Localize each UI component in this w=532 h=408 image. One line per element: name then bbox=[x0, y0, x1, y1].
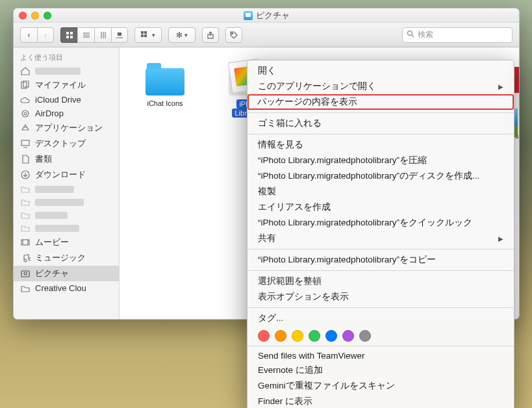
sidebar-item-label: アプリケーション bbox=[35, 122, 103, 134]
sidebar-item-movies[interactable]: ムービー bbox=[14, 235, 119, 250]
sidebar-item-custom[interactable] bbox=[14, 222, 119, 235]
sidebar-item-documents[interactable]: 書類 bbox=[14, 151, 119, 167]
tag-orange[interactable] bbox=[275, 330, 286, 342]
sidebar-item-label: AirDrop bbox=[35, 108, 64, 118]
coverflow-view-button[interactable] bbox=[111, 27, 128, 43]
svg-rect-14 bbox=[141, 34, 144, 37]
back-button[interactable]: ‹ bbox=[20, 27, 37, 43]
file-ichat-icons[interactable]: iChat Icons bbox=[139, 62, 191, 118]
file-label: iChat Icons bbox=[147, 99, 183, 107]
all-files-icon bbox=[20, 81, 31, 90]
ctx-quick-look[interactable]: “iPhoto Library.migratedphotolibrary”をクイ… bbox=[247, 215, 514, 231]
app-icon bbox=[20, 123, 31, 133]
ctx-open[interactable]: 開く bbox=[247, 63, 514, 79]
ctx-copy[interactable]: “iPhoto Library.migratedphotolibrary”をコピ… bbox=[247, 252, 514, 268]
folder-icon bbox=[144, 62, 186, 96]
separator bbox=[247, 307, 514, 308]
list-view-button[interactable] bbox=[77, 27, 94, 43]
ctx-tags-label[interactable]: タグ... bbox=[247, 311, 514, 326]
separator bbox=[247, 270, 514, 271]
sidebar-item-label: ミュージック bbox=[35, 252, 86, 264]
minimize-icon[interactable] bbox=[31, 12, 39, 19]
ctx-show-view-options[interactable]: 表示オプションを表示 bbox=[247, 289, 514, 305]
ctx-gemini[interactable]: Geminiで重複ファイルをスキャン bbox=[247, 378, 514, 394]
sidebar-item-label: 書類 bbox=[35, 153, 52, 165]
ctx-compress[interactable]: “iPhoto Library.migratedphotolibrary”を圧縮 bbox=[247, 153, 514, 168]
svg-rect-10 bbox=[118, 32, 121, 36]
tags-button[interactable] bbox=[225, 27, 242, 43]
ctx-duplicate[interactable]: 複製 bbox=[247, 184, 514, 199]
sidebar-item-custom[interactable] bbox=[14, 209, 119, 222]
ctx-teamviewer[interactable]: Send files with TeamViewer bbox=[247, 349, 514, 363]
sidebar-item-applications[interactable]: アプリケーション bbox=[14, 120, 119, 136]
separator bbox=[247, 346, 514, 346]
context-menu: 開く このアプリケーションで開く パッケージの内容を表示 ゴミ箱に入れる 情報を… bbox=[247, 60, 514, 408]
ctx-make-alias[interactable]: エイリアスを作成 bbox=[247, 199, 514, 215]
svg-rect-2 bbox=[66, 36, 69, 38]
sidebar-item-airdrop[interactable]: AirDrop bbox=[14, 107, 119, 120]
sidebar-item-creative-cloud[interactable]: Creative Clou bbox=[14, 281, 119, 295]
sidebar-item-label: デスクトップ bbox=[35, 138, 86, 149]
svg-rect-0 bbox=[66, 32, 69, 34]
sidebar-item-label bbox=[35, 68, 81, 75]
ctx-get-info[interactable]: 情報を見る bbox=[247, 137, 514, 153]
tag-gray[interactable] bbox=[359, 330, 371, 342]
tag-green[interactable] bbox=[309, 330, 320, 342]
zoom-icon[interactable] bbox=[44, 12, 51, 19]
svg-line-19 bbox=[412, 35, 414, 37]
folder-proxy-icon[interactable] bbox=[244, 11, 253, 20]
sidebar-item-label: ダウンロード bbox=[35, 169, 86, 181]
share-button[interactable] bbox=[202, 27, 219, 43]
close-icon[interactable] bbox=[19, 12, 27, 19]
music-icon bbox=[20, 253, 31, 262]
sidebar-item-custom[interactable] bbox=[14, 183, 119, 196]
svg-rect-1 bbox=[70, 32, 73, 34]
gear-icon: ✻ bbox=[176, 31, 183, 40]
ctx-tag-colors bbox=[247, 326, 514, 343]
ctx-reveal-in-finder[interactable]: Finder に表示 bbox=[247, 394, 514, 408]
sidebar-item-pictures[interactable]: ピクチャ bbox=[14, 266, 119, 281]
sidebar-item-custom[interactable] bbox=[14, 196, 119, 209]
sidebar-item-home[interactable] bbox=[14, 64, 119, 77]
arrange-button[interactable]: ▾ bbox=[134, 27, 162, 43]
titlebar[interactable]: ピクチャ bbox=[14, 8, 519, 23]
svg-rect-30 bbox=[21, 271, 29, 277]
airdrop-icon bbox=[20, 109, 31, 118]
ctx-open-with[interactable]: このアプリケーションで開く bbox=[247, 79, 514, 94]
tag-blue[interactable] bbox=[325, 330, 337, 342]
svg-rect-24 bbox=[21, 140, 29, 146]
sidebar-item-label: ムービー bbox=[35, 236, 69, 248]
ctx-burn-disc[interactable]: “iPhoto Library.migratedphotolibrary”のディ… bbox=[247, 168, 514, 184]
ctx-evernote[interactable]: Evernote に追加 bbox=[247, 363, 514, 378]
sidebar-item-downloads[interactable]: ダウンロード bbox=[14, 167, 119, 183]
svg-point-17 bbox=[232, 32, 233, 34]
ctx-show-package-contents[interactable]: パッケージの内容を表示 bbox=[247, 94, 514, 110]
sidebar-item-label: ピクチャ bbox=[35, 268, 69, 279]
svg-rect-3 bbox=[70, 36, 73, 38]
tag-purple[interactable] bbox=[342, 330, 354, 342]
view-switcher bbox=[60, 27, 128, 43]
folder-icon bbox=[20, 284, 31, 293]
folder-icon bbox=[20, 210, 31, 220]
tag-yellow[interactable] bbox=[292, 330, 303, 342]
svg-point-18 bbox=[408, 31, 412, 36]
sidebar-item-desktop[interactable]: デスクトップ bbox=[14, 136, 119, 151]
action-button[interactable]: ✻▾ bbox=[168, 27, 196, 43]
ctx-clean-up-selection[interactable]: 選択範囲を整頓 bbox=[247, 274, 514, 289]
ctx-move-to-trash[interactable]: ゴミ箱に入れる bbox=[247, 116, 514, 131]
sidebar-item-icloud[interactable]: iCloud Drive bbox=[14, 93, 119, 107]
icon-view-button[interactable] bbox=[60, 27, 77, 43]
svg-point-31 bbox=[24, 272, 27, 275]
svg-point-22 bbox=[24, 112, 27, 115]
search-field[interactable]: 検索 bbox=[402, 27, 513, 43]
column-view-button[interactable] bbox=[94, 27, 111, 43]
tag-red[interactable] bbox=[258, 330, 270, 342]
svg-rect-12 bbox=[141, 31, 144, 34]
sidebar-item-label: マイファイル bbox=[35, 79, 86, 91]
sidebar-item-music[interactable]: ミュージック bbox=[14, 250, 119, 266]
sidebar-item-all-files[interactable]: マイファイル bbox=[14, 77, 119, 93]
window-title: ピクチャ bbox=[256, 10, 290, 21]
ctx-share[interactable]: 共有 bbox=[247, 231, 514, 246]
sidebar[interactable]: よく使う項目 マイファイル iCloud Drive AirDrop アプリケー… bbox=[14, 47, 120, 319]
forward-button[interactable]: › bbox=[37, 27, 54, 43]
